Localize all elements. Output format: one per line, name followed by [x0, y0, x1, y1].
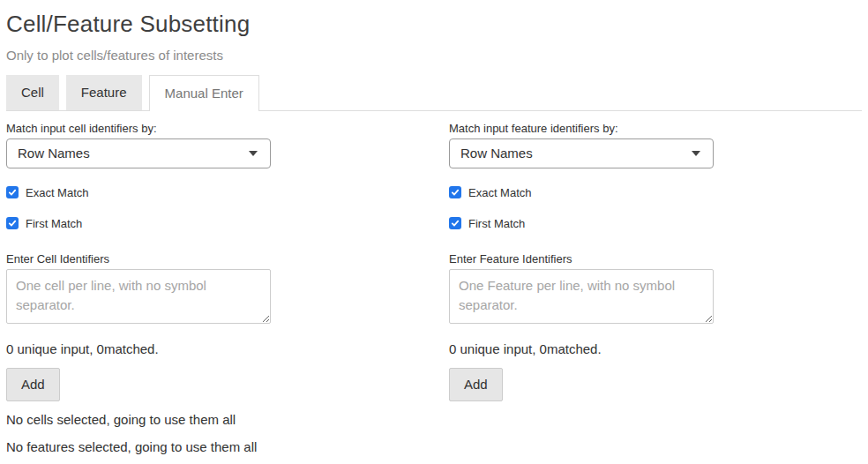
cell-match-by-select[interactable]: Row Names — [6, 138, 271, 168]
feature-column: Match input feature identifiers by: Row … — [449, 111, 868, 456]
feature-exact-match-checkbox[interactable]: Exact Match — [449, 186, 868, 199]
cell-identifiers-label: Enter Cell Identifiers — [6, 252, 449, 266]
cell-first-match-checkbox[interactable]: First Match — [6, 217, 449, 230]
cell-match-by-value: Row Names — [18, 146, 90, 161]
cell-exact-match-label: Exact Match — [26, 186, 89, 199]
feature-exact-match-label: Exact Match — [468, 186, 532, 199]
feature-identifiers-label: Enter Feature Identifiers — [449, 252, 868, 266]
dropdown-caret-icon — [692, 151, 700, 156]
feature-match-by-label: Match input feature identifiers by: — [449, 122, 868, 135]
no-cells-selected-note: No cells selected, going to use them all — [6, 410, 449, 429]
checked-checkbox-icon — [6, 217, 19, 229]
feature-match-status: 0 unique input, 0matched. — [449, 341, 868, 356]
cell-match-status: 0 unique input, 0matched. — [6, 341, 449, 356]
feature-add-button[interactable]: Add — [449, 368, 503, 401]
cell-identifiers-input[interactable] — [6, 269, 271, 324]
cell-match-by-label: Match input cell identifiers by: — [6, 122, 449, 135]
feature-match-by-select[interactable]: Row Names — [449, 138, 714, 168]
checked-checkbox-icon — [6, 186, 19, 198]
cell-feature-subsetting-panel: Cell/Feature Subsetting Only to plot cel… — [0, 11, 868, 456]
cell-add-button[interactable]: Add — [6, 368, 60, 401]
tab-feature[interactable]: Feature — [66, 75, 142, 110]
page-subtitle: Only to plot cells/features of interests — [6, 46, 862, 64]
tab-cell[interactable]: Cell — [6, 75, 59, 110]
cell-exact-match-checkbox[interactable]: Exact Match — [6, 186, 449, 199]
cell-column: Match input cell identifiers by: Row Nam… — [6, 111, 449, 456]
no-features-selected-note: No features selected, going to use them … — [6, 438, 449, 456]
feature-first-match-label: First Match — [468, 217, 525, 230]
cell-first-match-label: First Match — [26, 217, 82, 230]
two-column-layout: Match input cell identifiers by: Row Nam… — [6, 111, 862, 456]
feature-identifiers-input[interactable] — [449, 269, 714, 324]
checked-checkbox-icon — [449, 217, 461, 229]
feature-first-match-checkbox[interactable]: First Match — [449, 217, 868, 230]
subsetting-tab-bar: Cell Feature Manual Enter — [6, 75, 862, 111]
page-title: Cell/Feature Subsetting — [6, 11, 862, 38]
dropdown-caret-icon — [249, 151, 258, 156]
checked-checkbox-icon — [449, 186, 461, 198]
tab-manual-enter[interactable]: Manual Enter — [149, 75, 259, 111]
feature-match-by-value: Row Names — [460, 146, 533, 161]
